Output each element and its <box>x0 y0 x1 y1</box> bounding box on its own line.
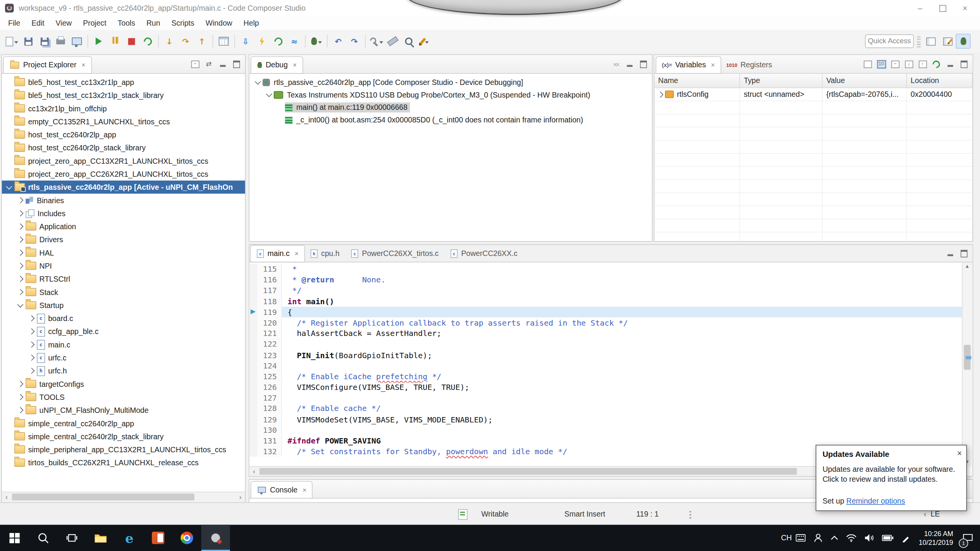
code-editor[interactable]: 115 *116 * @return None.117 */118int mai… <box>249 262 962 467</box>
tree-item[interactable]: HAL <box>2 246 245 259</box>
annotation-gutter[interactable] <box>249 328 257 339</box>
export-icon[interactable]: ↑ <box>917 59 928 69</box>
refresh-icon[interactable] <box>931 59 942 69</box>
debug-tree-item[interactable]: rtls_passive_cc2640r2lp_app [Code Compos… <box>249 76 652 89</box>
pin-icon[interactable] <box>862 59 873 69</box>
tree-item[interactable]: simple_peripheral_app_CC13X2R1_LAUNCHXL_… <box>2 443 245 456</box>
tree-item[interactable]: Stack <box>2 285 245 298</box>
tree-item[interactable]: Application <box>2 220 245 233</box>
chevron-down-icon[interactable] <box>265 94 274 96</box>
measure-icon[interactable] <box>385 34 400 49</box>
tree-item[interactable]: tirtos_builds_CC26X2R1_LAUNCHXL_release_… <box>2 456 245 469</box>
tab-variables[interactable]: (x)= Variables × <box>656 57 720 73</box>
taskbar-start-icon[interactable] <box>0 525 29 551</box>
tree-item[interactable]: curfc.c <box>2 351 245 364</box>
maximize-icon[interactable] <box>958 59 969 69</box>
scroll-right-icon[interactable]: › <box>236 492 245 502</box>
tree-item[interactable]: cmain.c <box>2 338 245 351</box>
taskbar-chrome-icon[interactable] <box>173 525 201 551</box>
remove-all-terminated-icon[interactable]: ×× <box>610 59 621 69</box>
minimize-icon[interactable] <box>624 59 635 69</box>
annotation-gutter[interactable] <box>249 317 257 328</box>
quick-access-button[interactable]: Quick Access <box>865 34 914 48</box>
annotation-gutter[interactable] <box>249 414 257 425</box>
debug-tree-item[interactable]: _c_int00() at boot.asm:254 0x000085D0 (_… <box>249 114 652 126</box>
tree-item[interactable]: ble5_host_test_cc13x2r1lp_app <box>2 76 245 89</box>
close-icon[interactable]: × <box>293 61 297 69</box>
memory-browser-icon[interactable] <box>216 34 231 49</box>
terminate-icon[interactable] <box>124 34 139 49</box>
annotation-gutter[interactable] <box>249 360 257 371</box>
debug-tree-item[interactable]: Texas Instruments XDS110 USB Debug Probe… <box>249 89 652 101</box>
tree-item[interactable]: empty_CC1352R1_LAUNCHXL_tirtos_ccs <box>2 115 245 128</box>
code-line[interactable]: 127 <box>249 393 962 403</box>
code-line[interactable]: 124 <box>249 360 962 371</box>
close-icon[interactable]: × <box>82 61 86 69</box>
tree-item[interactable]: RTLSCtrl <box>2 272 245 285</box>
project-tree[interactable]: ble5_host_test_cc13x2r1lp_appble5_host_t… <box>2 74 245 492</box>
debug-config-icon[interactable] <box>309 34 324 49</box>
column-header-location[interactable]: Location <box>907 74 972 88</box>
taskbar-task-view-icon[interactable] <box>57 525 86 551</box>
menu-edit[interactable]: Edit <box>26 16 50 30</box>
editor-tab-main-c[interactable]: cmain.c× <box>251 246 304 262</box>
maximize-window-button[interactable] <box>931 0 954 16</box>
tree-item[interactable]: rtls_passive_cc2640r2lp_app [Active - uN… <box>2 181 245 194</box>
new-file-icon[interactable] <box>4 34 19 49</box>
code-line[interactable]: 116 * @return None. <box>249 274 962 285</box>
tree-item[interactable]: project_zero_app_CC13X2R1_LAUNCHXL_tirto… <box>2 154 245 167</box>
annotation-gutter[interactable] <box>249 403 257 414</box>
battery-icon[interactable] <box>878 525 898 551</box>
tools-icon[interactable] <box>369 34 384 49</box>
tree-item[interactable]: targetConfigs <box>2 377 245 390</box>
collapse-icon[interactable]: − <box>889 59 900 69</box>
taskbar-office-icon[interactable] <box>144 525 173 551</box>
debug-tree[interactable]: rtls_passive_cc2640r2lp_app [Code Compos… <box>249 74 652 241</box>
flash-device-icon[interactable] <box>255 34 270 49</box>
tree-item[interactable]: simple_central_cc2640r2lp_app <box>2 417 245 430</box>
chevron-right-icon[interactable] <box>16 264 25 268</box>
save-icon[interactable] <box>21 34 36 49</box>
editor-tab-powercc26xx-tirtos-c[interactable]: cPowerCC26XX_tirtos.c <box>345 246 444 262</box>
chevron-right-icon[interactable] <box>27 342 36 347</box>
taskbar-ccs-icon[interactable] <box>201 525 230 551</box>
import-icon[interactable]: ↓ <box>903 59 914 69</box>
trace-icon[interactable]: ≈ <box>287 34 302 49</box>
number-format-icon[interactable]: 10 <box>875 59 887 69</box>
action-center-icon[interactable]: 1 <box>958 525 978 551</box>
maximize-icon[interactable] <box>230 59 242 69</box>
ccs-debug-perspective-icon[interactable] <box>956 34 970 49</box>
chevron-right-icon[interactable] <box>16 290 25 294</box>
column-header-type[interactable]: Type <box>740 74 823 88</box>
annotation-gutter[interactable] <box>249 274 257 285</box>
step-over-icon[interactable]: ↷ <box>178 34 193 49</box>
chevron-down-icon[interactable] <box>16 304 25 306</box>
debug-tree-item[interactable]: main() at main.c:119 0x00006668 <box>249 101 652 114</box>
tab-registers[interactable]: 1010 Registers <box>720 57 777 73</box>
tree-item[interactable]: NPI <box>2 259 245 272</box>
annotation-gutter[interactable] <box>249 425 257 435</box>
tree-item[interactable]: host_test_cc2640r2lp_stack_library <box>2 141 245 154</box>
maximize-icon[interactable] <box>637 59 648 69</box>
tree-item[interactable]: ble5_host_test_cc13x2r1lp_stack_library <box>2 89 245 102</box>
annotation-gutter[interactable] <box>249 446 257 457</box>
tree-item[interactable]: host_test_cc2640r2lp_app <box>2 128 245 141</box>
wifi-icon[interactable] <box>842 525 861 551</box>
link-with-editor-icon[interactable]: ⇄ <box>203 59 214 69</box>
chevron-right-icon[interactable] <box>16 408 25 412</box>
chevron-right-icon[interactable] <box>16 277 25 281</box>
scroll-up-icon[interactable]: ▲ <box>962 262 972 271</box>
code-line[interactable]: 118int main() <box>249 296 962 306</box>
menu-help[interactable]: Help <box>238 16 265 30</box>
taskbar-edge-icon[interactable]: e <box>115 525 144 551</box>
menu-tools[interactable]: Tools <box>112 16 141 30</box>
minimize-icon[interactable] <box>944 59 956 69</box>
chevron-right-icon[interactable] <box>657 91 663 97</box>
resume-icon[interactable] <box>91 34 106 49</box>
menu-scripts[interactable]: Scripts <box>166 16 200 30</box>
variable-row[interactable]: rtlsConfigstruct <unnamed>{rtlsCapab=-20… <box>654 88 972 101</box>
hscroll-thumb[interactable] <box>260 468 797 475</box>
annotation-gutter[interactable] <box>249 382 257 393</box>
code-line[interactable]: 120 /* Register Application callback to … <box>249 317 962 328</box>
tree-item[interactable]: Startup <box>2 298 245 311</box>
